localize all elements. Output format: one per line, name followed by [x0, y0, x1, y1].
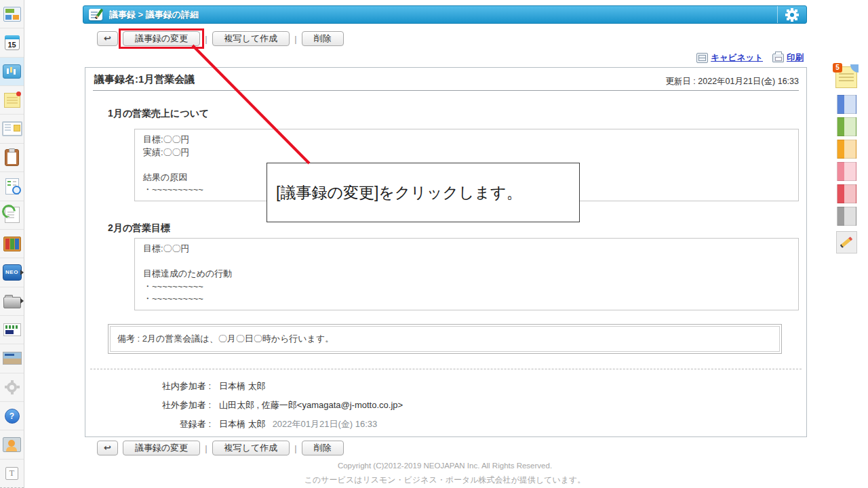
provider-text: このサービスはリスモン・ビジネス・ポータル株式会社が提供しています。	[83, 474, 807, 486]
toolbar-separator: |	[205, 34, 207, 44]
module-header: 議事録 > 議事録の詳細	[83, 5, 807, 24]
printer-icon	[772, 54, 784, 62]
toolbar-top: ↩ 議事録の変更 | 複写して作成 | 削除	[97, 31, 344, 46]
print-link-label: 印刷	[787, 52, 804, 64]
bookshelf-icon	[3, 237, 21, 251]
text-size-icon: T	[5, 467, 18, 480]
left-sidebar: 15NEO?T	[0, 0, 24, 488]
toolbar-separator: |	[205, 443, 207, 453]
sidebar-item-clipboard[interactable]	[0, 144, 24, 172]
minutes-title: 議事録名:1月営業会議	[94, 73, 195, 86]
remarks-box: 備考 : 2月の営業会議は、〇月〇日〇時から行います。	[108, 324, 782, 354]
print-link[interactable]: 印刷	[772, 52, 804, 64]
toolbar-separator: |	[294, 34, 296, 44]
participants-row-internal: 社内参加者 : 日本橋 太郎	[85, 380, 806, 392]
participants-row-registrant: 登録者 : 日本橋 太郎 2022年01月21日(金) 16:33	[85, 418, 806, 430]
memo-icon	[4, 93, 20, 108]
flyout-arrow-icon	[20, 298, 24, 304]
label-chip-pink[interactable]	[837, 162, 856, 181]
participants-row-external: 社外参加者 : 山田太郎 , 佐藤一郎<yamagata@j-motto.co.…	[85, 399, 806, 411]
delete-button[interactable]: 削除	[302, 31, 344, 46]
sticky-note-button[interactable]: 5	[835, 66, 857, 88]
tanomail-icon	[3, 323, 21, 336]
label-color-chips	[837, 95, 856, 226]
sidebar-item-portal[interactable]	[0, 0, 24, 28]
section-2-body: 目標:〇〇円 目標達成のための行動 ・~~~~~~~~~~ ・~~~~~~~~~…	[134, 238, 799, 310]
minutes-module-icon	[89, 9, 102, 20]
minutes-detail-panel: 議事録名:1月営業会議 更新日 : 2022年01月21日(金) 16:33 1…	[85, 67, 807, 437]
change-minutes-button[interactable]: 議事録の変更	[123, 31, 200, 46]
sidebar-item-gear[interactable]	[0, 373, 24, 402]
sidebar-item-support[interactable]	[0, 430, 24, 459]
note-count-badge: 5	[833, 63, 842, 73]
back-button[interactable]: ↩	[97, 441, 118, 455]
presentation-icon	[3, 64, 21, 79]
ad-banner-icon	[3, 352, 22, 365]
copy-create-button[interactable]: 複写して作成	[212, 441, 290, 455]
change-minutes-button[interactable]: 議事録の変更	[123, 441, 200, 455]
sidebar-item-ad-banner[interactable]	[0, 344, 24, 373]
sidebar-item-folder[interactable]	[0, 287, 24, 316]
bulletin-icon	[2, 121, 22, 136]
utility-links: キャビネット 印刷	[696, 52, 804, 64]
sidebar-item-bulletin[interactable]	[0, 115, 24, 143]
breadcrumb: 議事録 > 議事録の詳細	[109, 9, 199, 21]
sidebar-item-memo[interactable]	[0, 86, 24, 115]
gear-icon	[787, 10, 797, 20]
support-icon	[3, 437, 21, 452]
flyout-arrow-icon	[20, 270, 24, 275]
cabinet-link[interactable]: キャビネット	[696, 52, 763, 64]
sidebar-item-schedule[interactable]: 15	[0, 28, 24, 57]
dashed-divider	[90, 369, 802, 369]
annotation-callout: [議事録の変更]をクリックします。	[267, 163, 580, 222]
clipboard-icon	[5, 149, 19, 166]
participants-value: 日本橋 太郎	[219, 380, 266, 392]
back-button[interactable]: ↩	[97, 31, 118, 46]
participants-block: 社内参加者 : 日本橋 太郎 社外参加者 : 山田太郎 , 佐藤一郎<yamag…	[85, 380, 806, 436]
change-button-wrap: 議事録の変更	[123, 31, 200, 46]
cabinet-link-label: キャビネット	[711, 52, 763, 64]
todo-search-icon	[5, 178, 19, 195]
toolbar-separator: |	[294, 443, 296, 453]
participants-value: 日本橋 太郎	[219, 418, 266, 430]
sidebar-item-presentation[interactable]	[0, 58, 24, 86]
copy-create-button[interactable]: 複写して作成	[212, 31, 290, 46]
header-settings-button[interactable]	[777, 6, 806, 23]
schedule-icon: 15	[5, 35, 20, 50]
toolbar-bottom: ↩ 議事録の変更 | 複写して作成 | 削除	[97, 441, 344, 455]
label-chip-red[interactable]	[837, 184, 856, 203]
cabinet-icon	[696, 53, 708, 63]
delete-button[interactable]: 削除	[302, 441, 344, 455]
right-sidebar: 5	[835, 66, 857, 253]
main-column: 議事録 > 議事録の詳細 ↩ 議事録の変更 | 複写して作成 | 削除 キャビネ…	[83, 0, 807, 488]
label-chip-orange[interactable]	[837, 140, 856, 159]
label-chip-green[interactable]	[837, 117, 856, 136]
remarks-text: 備考 : 2月の営業会議は、〇月〇日〇時から行います。	[110, 326, 780, 352]
portal-icon	[3, 7, 21, 22]
sidebar-item-text-size[interactable]: T	[0, 460, 24, 488]
updated-date: 更新日 : 2022年01月21日(金) 16:33	[665, 76, 799, 87]
label-chip-blue[interactable]	[837, 95, 856, 114]
section-1-heading: 1月の営業売上について	[108, 108, 209, 120]
gear-icon	[7, 382, 17, 392]
sidebar-item-tanomail[interactable]	[0, 316, 24, 344]
neo-icon: NEO	[3, 264, 22, 281]
title-divider	[93, 90, 799, 91]
app-window: 15NEO?T 議事録 > 議事録の詳細 ↩ 議事録の変更 | 複写して作成 |…	[0, 0, 868, 488]
folder-icon	[3, 297, 21, 308]
participants-label: 登録者 :	[85, 418, 211, 430]
edit-note-button[interactable]	[836, 231, 857, 253]
workflow-icon	[5, 207, 20, 223]
participants-value: 山田太郎 , 佐藤一郎<yamagata@j-motto.co.jp>	[219, 399, 403, 411]
sidebar-item-workflow[interactable]	[0, 201, 24, 230]
sidebar-item-todo-search[interactable]	[0, 172, 24, 201]
copyright-text: Copyright (C)2012-2019 NEOJAPAN Inc. All…	[83, 462, 807, 470]
sidebar-item-neo[interactable]: NEO	[0, 258, 24, 287]
section-2-heading: 2月の営業目標	[108, 222, 170, 235]
registered-datetime: 2022年01月21日(金) 16:33	[273, 418, 378, 430]
sidebar-item-bookshelf[interactable]	[0, 230, 24, 258]
participants-label: 社内参加者 :	[85, 380, 211, 392]
label-chip-gray[interactable]	[837, 207, 856, 226]
annotation-text: [議事録の変更]をクリックします。	[276, 182, 522, 203]
sidebar-item-help[interactable]: ?	[0, 402, 24, 430]
